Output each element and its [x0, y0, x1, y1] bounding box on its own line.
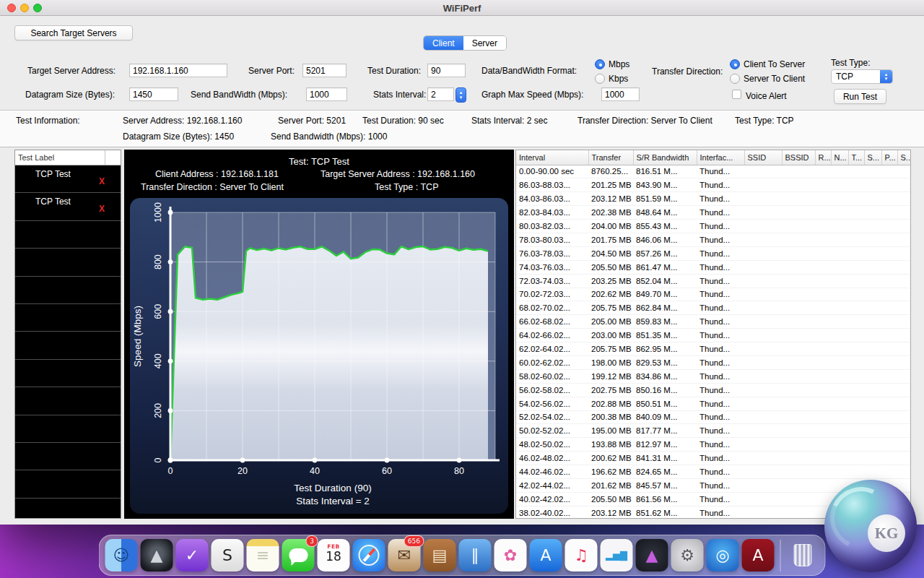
- dock-item-finder[interactable]: ☺: [105, 539, 138, 571]
- table-row[interactable]: 64.02-66.02...203.00 MB851.35 M...Thund.…: [516, 329, 911, 342]
- table-row[interactable]: 44.02-46.02...196.62 MB824.65 M...Thund.…: [516, 465, 911, 479]
- column-header[interactable]: BSSID: [782, 150, 815, 165]
- test-label-column-header[interactable]: Test Label: [15, 150, 105, 165]
- table-row[interactable]: 74.03-76.03...205.50 MB861.47 M...Thund.…: [516, 260, 911, 274]
- dock-item-stats-app[interactable]: ▂▅▇: [601, 539, 633, 571]
- table-row[interactable]: 56.02-58.02...202.75 MB850.16 M...Thund.…: [516, 383, 911, 397]
- table-cell: 205.50 MB: [588, 260, 633, 274]
- test-list-row[interactable]: TCP TestX: [15, 193, 121, 220]
- table-row[interactable]: 80.03-82.03...204.00 MB855.43 M...Thund.…: [516, 220, 911, 233]
- table-cell: Thund...: [697, 301, 744, 315]
- column-header[interactable]: S...: [864, 150, 881, 165]
- table-cell: [881, 206, 897, 220]
- dock-item-messages[interactable]: 3: [282, 539, 315, 571]
- client-server-tabs: Client Server: [423, 35, 507, 51]
- dock-item-safari[interactable]: [353, 539, 385, 571]
- radio-kbps[interactable]: Kbps: [595, 73, 628, 85]
- column-header[interactable]: R...: [815, 150, 831, 165]
- dock-item-photos[interactable]: ✿: [494, 539, 527, 571]
- dock-item-tasks-app[interactable]: ✓: [176, 539, 209, 571]
- table-row[interactable]: 46.02-48.02...200.62 MB841.31 M...Thund.…: [516, 452, 911, 465]
- dock-item-affinity-photo[interactable]: ▲: [636, 539, 668, 571]
- dock-item-books-app[interactable]: ▤: [424, 539, 456, 571]
- table-row[interactable]: 76.03-78.03...204.50 MB857.26 M...Thund.…: [516, 246, 911, 260]
- chart-title: Test: TCP Test: [124, 156, 514, 167]
- server-port-input[interactable]: [302, 64, 346, 77]
- affinity-photo-icon: ▲: [646, 548, 658, 564]
- send-bandwidth-input[interactable]: [306, 87, 347, 101]
- column-header[interactable]: Transfer: [588, 150, 633, 165]
- dock-item-music[interactable]: ♫: [565, 539, 598, 571]
- table-row[interactable]: 58.02-60.02...199.12 MB834.86 M...Thund.…: [516, 369, 911, 383]
- column-header[interactable]: T...: [848, 150, 864, 165]
- dock-item-launchpad[interactable]: ▲: [141, 539, 173, 571]
- table-row[interactable]: 0.00-90.00 sec8760.25...816.51 M...Thund…: [516, 165, 911, 178]
- stats-interval-stepper[interactable]: ▲▼: [456, 87, 466, 103]
- radio-mbps[interactable]: Mbps: [595, 59, 629, 70]
- column-header[interactable]: P...: [881, 150, 897, 165]
- table-row[interactable]: 54.02-56.02...202.88 MB850.51 M...Thund.…: [516, 397, 911, 410]
- test-list-row[interactable]: TCP TestX: [15, 165, 121, 193]
- dock-item-shortcuts-app[interactable]: S: [212, 539, 244, 571]
- dock-item-trash[interactable]: [787, 539, 819, 571]
- table-cell: [881, 342, 897, 356]
- remove-test-button[interactable]: X: [99, 204, 105, 214]
- dock-item-adobe-reader[interactable]: A: [742, 539, 775, 571]
- table-row[interactable]: 70.02-72.03...202.62 MB849.70 M...Thund.…: [516, 288, 911, 301]
- table-row[interactable]: 82.03-84.03...202.38 MB848.64 M...Thund.…: [516, 206, 911, 220]
- voice-alert-checkbox[interactable]: [732, 90, 741, 99]
- target-server-address-input[interactable]: [129, 64, 227, 77]
- titlebar[interactable]: WiFiPerf: [0, 0, 924, 16]
- test-type-select[interactable]: TCP ▲▼: [831, 69, 893, 84]
- table-cell: [897, 438, 911, 452]
- table-row[interactable]: 62.02-64.02...205.75 MB862.95 M...Thund.…: [516, 342, 911, 356]
- dock-item-calendar[interactable]: FEB18: [318, 539, 350, 571]
- search-target-servers-button[interactable]: Search Target Servers: [14, 25, 133, 40]
- table-cell: [831, 178, 848, 192]
- dock-item-app-store[interactable]: A: [530, 539, 562, 571]
- column-header[interactable]: S/R Bandwidth: [633, 150, 697, 165]
- dock-item-parallels-app[interactable]: ∥: [459, 539, 492, 571]
- table-cell: [831, 260, 848, 274]
- dock-item-mail-app[interactable]: ✉656: [388, 539, 421, 571]
- table-row[interactable]: 52.02-54.02...200.38 MB840.09 M...Thund.…: [516, 410, 911, 424]
- table-row[interactable]: 72.03-74.03...203.25 MB852.04 M...Thund.…: [516, 274, 911, 288]
- remove-test-button[interactable]: X: [99, 176, 105, 186]
- table-row[interactable]: 66.02-68.02...205.00 MB859.83 M...Thund.…: [516, 315, 911, 329]
- table-row[interactable]: 84.03-86.03...203.12 MB851.59 M...Thund.…: [516, 192, 911, 206]
- test-label-sidebar: Test Label TCP TestXTCP TestX: [14, 150, 121, 519]
- table-cell: [782, 274, 815, 288]
- column-header[interactable]: N...: [831, 150, 848, 165]
- stats-interval-input[interactable]: [427, 87, 454, 101]
- dock-item-blue-app[interactable]: ◎: [707, 539, 739, 571]
- table-row[interactable]: 86.03-88.03...201.25 MB843.90 M...Thund.…: [516, 178, 911, 192]
- test-duration-input[interactable]: [427, 64, 466, 77]
- table-cell: [744, 369, 782, 383]
- table-row[interactable]: 48.02-50.02...193.88 MB812.97 M...Thund.…: [516, 438, 911, 452]
- table-cell: [744, 315, 782, 329]
- datagram-size-input[interactable]: [129, 87, 178, 101]
- table-cell: 812.97 M...: [633, 438, 697, 452]
- table-cell: 824.65 M...: [633, 465, 697, 479]
- table-cell: [897, 192, 911, 206]
- dock-item-system-preferences[interactable]: ⚙: [671, 539, 704, 571]
- graph-max-speed-input[interactable]: [601, 87, 640, 101]
- dock-item-notes[interactable]: ≡: [247, 539, 279, 571]
- table-cell: 201.75 MB: [588, 233, 633, 246]
- column-header[interactable]: Interfac...: [697, 150, 744, 165]
- tab-client[interactable]: Client: [424, 36, 463, 50]
- test-list-row: [15, 387, 121, 415]
- table-row[interactable]: 60.02-62.02...198.00 MB829.53 M...Thund.…: [516, 355, 911, 369]
- column-header[interactable]: SSID: [744, 150, 782, 165]
- transfer-direction-label: Transfer Direction:: [652, 66, 723, 77]
- tab-server[interactable]: Server: [463, 36, 506, 50]
- radio-client-to-server[interactable]: Client To Server: [730, 59, 805, 70]
- column-header[interactable]: Interval: [516, 150, 588, 165]
- column-header[interactable]: S...: [897, 150, 911, 165]
- table-row[interactable]: 78.03-80.03...201.75 MB846.06 M...Thund.…: [516, 233, 911, 246]
- table-row[interactable]: 68.02-70.02...205.75 MB862.84 M...Thund.…: [516, 301, 911, 315]
- table-row[interactable]: 50.02-52.02...195.00 MB817.77 M...Thund.…: [516, 424, 911, 438]
- radio-server-to-client[interactable]: Server To Client: [730, 73, 805, 85]
- table-cell: [864, 220, 881, 233]
- run-test-button[interactable]: Run Test: [834, 89, 886, 104]
